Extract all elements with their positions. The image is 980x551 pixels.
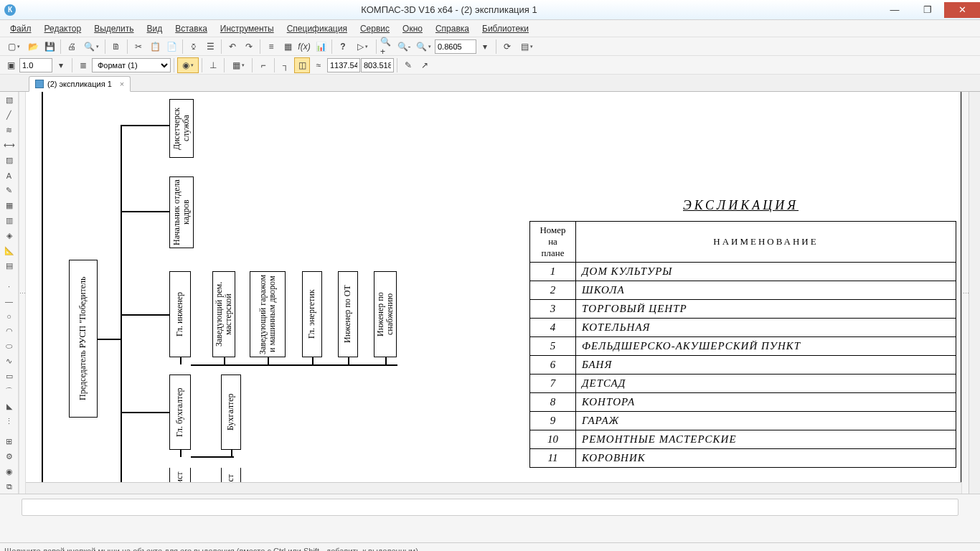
magnet-button[interactable]: ⧲ [186, 39, 202, 55]
menu-spec[interactable]: Спецификация [281, 22, 353, 35]
tool-table[interactable]: ▦ [1, 199, 17, 213]
fx-button[interactable]: f(x) [296, 39, 312, 55]
open-button[interactable]: 📂 [25, 39, 41, 55]
redo-button[interactable]: ↷ [241, 39, 257, 55]
tool-measure[interactable]: 📐 [1, 244, 17, 258]
new-button[interactable]: ▢ [3, 39, 24, 55]
command-input-panel[interactable] [22, 499, 958, 516]
preview2-button[interactable]: 🗎 [108, 39, 124, 55]
minimize-button[interactable]: — [878, 2, 911, 18]
horizontal-scrollbar[interactable] [26, 482, 961, 494]
org-box-7: Инженер по ОТ [338, 271, 358, 357]
tool-ellipse[interactable]: ⬭ [1, 339, 17, 353]
library-button[interactable]: ▦ [280, 39, 296, 55]
round-button[interactable]: ≈ [311, 57, 326, 73]
refresh-button[interactable]: ⟳ [499, 39, 515, 55]
var-button[interactable]: ≡ [263, 39, 279, 55]
sketch-button[interactable]: ✎ [400, 57, 416, 73]
tool-edit[interactable]: ✎ [1, 184, 17, 198]
cell-name: КОРОВНИК [576, 449, 956, 468]
tool-fillet[interactable]: ⌒ [1, 384, 17, 398]
vertical-scrollbar[interactable] [969, 92, 980, 494]
ortho-button[interactable]: ⊥ [205, 57, 221, 73]
print-button[interactable]: 🖨 [64, 39, 80, 55]
tool-dimension[interactable]: ⟷ [1, 138, 17, 153]
snap-button[interactable]: ◉ [177, 57, 199, 73]
document-tab-close-icon[interactable]: × [120, 80, 124, 88]
menu-view[interactable]: Вид [141, 22, 169, 35]
tool-rect[interactable]: ▭ [1, 369, 17, 383]
document-tab[interactable]: (2) экспликация 1 × [29, 76, 131, 92]
close-button[interactable]: ✕ [944, 2, 980, 18]
tool-local[interactable]: ◉ [1, 464, 17, 479]
zoom-fit-button[interactable]: 🔍 [413, 39, 434, 55]
maximize-button[interactable]: ❐ [911, 2, 944, 18]
scale-drop[interactable]: ▾ [53, 57, 69, 73]
menu-libraries[interactable]: Библиотеки [476, 22, 534, 35]
cell-num: 7 [530, 375, 576, 393]
menu-insert[interactable]: Вставка [169, 22, 213, 35]
org-box-9: Гл. бухгалтер [169, 375, 191, 450]
tool-aux[interactable]: ⋮ [1, 414, 17, 428]
menu-file[interactable]: Файл [4, 22, 37, 35]
table-header-row: Номер на плане НАИМЕНОВАНИЕ [530, 222, 956, 263]
zoom-drop-button[interactable]: ▾ [477, 39, 493, 55]
tool-param[interactable]: ◈ [1, 229, 17, 243]
grid-button[interactable]: ▦ [227, 57, 249, 73]
zoom-in-button[interactable]: 🔍+ [380, 39, 395, 55]
tool-arc[interactable]: ◠ [1, 324, 17, 339]
menu-window[interactable]: Окно [397, 22, 428, 35]
right-panel-handle[interactable]: ⋮ [961, 92, 969, 494]
sketch-exit-button[interactable]: ↗ [417, 57, 433, 73]
coord-x-input[interactable] [327, 58, 360, 72]
coord-y-input[interactable] [361, 58, 394, 72]
cell-num: 2 [530, 281, 576, 300]
menu-tools[interactable]: Инструменты [215, 22, 280, 35]
whatsthis-button[interactable]: ▷ [352, 39, 373, 55]
copy-button[interactable]: 📋 [147, 39, 163, 55]
menu-help[interactable]: Справка [430, 22, 475, 35]
menu-editor[interactable]: Редактор [39, 22, 88, 35]
zoom-out-button[interactable]: 🔍- [396, 39, 412, 55]
chart-button[interactable]: 📊 [313, 39, 329, 55]
undo-button[interactable]: ↶ [225, 39, 240, 55]
frame-button[interactable]: ▣ [3, 57, 19, 73]
org-line [121, 314, 169, 316]
menu-service[interactable]: Сервис [354, 22, 395, 35]
tool-line[interactable]: ╱ [1, 108, 17, 123]
tool-view[interactable]: ▥ [1, 214, 17, 228]
save-button[interactable]: 💾 [42, 39, 57, 55]
tool-assoc[interactable]: ⧉ [1, 479, 17, 494]
menu-select[interactable]: Выделить [88, 22, 139, 35]
tool-macro[interactable]: ⚙ [1, 449, 17, 463]
cut-button[interactable]: ✂ [131, 39, 146, 55]
tool-hatch[interactable]: ▨ [1, 154, 17, 168]
coord-button[interactable]: ⌐ [255, 57, 271, 73]
perp-button[interactable]: ┐ [278, 57, 293, 73]
scale-input[interactable] [19, 58, 52, 72]
tool-polyline[interactable]: ≋ [1, 123, 17, 138]
drawing-canvas[interactable]: Председатель РУСП "Победитель Дисетчерск… [26, 92, 961, 494]
format-select[interactable]: Формат (1) [92, 58, 171, 72]
layer-button[interactable]: ≣ [75, 57, 91, 73]
tool-circle[interactable]: ○ [1, 309, 17, 324]
ortho2-button[interactable]: ◫ [294, 57, 310, 73]
props-button[interactable]: ☰ [202, 39, 218, 55]
tool-point[interactable]: · [1, 279, 17, 293]
tool-text[interactable]: A [1, 169, 17, 183]
org-line [268, 357, 269, 364]
tool-insert[interactable]: ⊞ [1, 434, 17, 448]
tool-spline[interactable]: ∿ [1, 354, 17, 368]
preview-button[interactable]: 🔍 [80, 39, 102, 55]
layers-button[interactable]: ▤ [516, 39, 537, 55]
left-panel-handle[interactable]: ⋮ [19, 92, 26, 494]
tool-select[interactable]: ▧ [1, 93, 17, 108]
tool-spec[interactable]: ▤ [1, 259, 17, 273]
tool-chamfer[interactable]: ◣ [1, 399, 17, 413]
table-row: 7ДЕТСАД [530, 375, 956, 393]
tool-segment[interactable]: — [1, 294, 17, 309]
paste-button[interactable]: 📄 [164, 39, 179, 55]
cell-num: 8 [530, 393, 576, 412]
zoom-input[interactable] [435, 39, 476, 54]
help-button[interactable]: ? [335, 39, 351, 55]
